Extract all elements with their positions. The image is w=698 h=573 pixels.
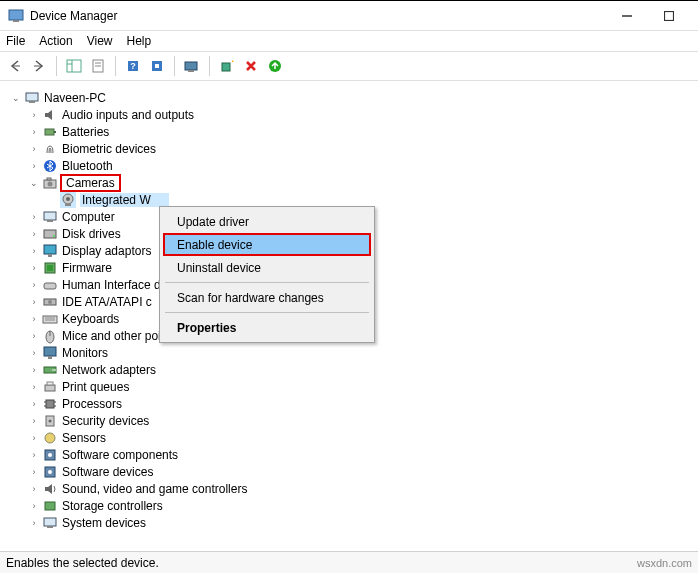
category-label: Display adaptors [62, 244, 151, 258]
category-icon [42, 498, 58, 514]
expand-icon[interactable]: › [28, 415, 40, 427]
svg-rect-15 [188, 70, 194, 72]
tree-category[interactable]: ›Security devices [6, 412, 692, 429]
menu-action[interactable]: Action [39, 34, 72, 48]
context-menu: Update driver Enable device Uninstall de… [159, 206, 375, 343]
category-label: Audio inputs and outputs [62, 108, 194, 122]
category-label: Keyboards [62, 312, 119, 326]
menu-file[interactable]: File [6, 34, 25, 48]
expand-icon[interactable]: › [28, 143, 40, 155]
svg-point-58 [45, 433, 55, 443]
menu-properties[interactable]: Properties [163, 316, 371, 339]
enable-button[interactable] [264, 55, 286, 77]
tree-category[interactable]: ›Processors [6, 395, 692, 412]
expand-icon[interactable]: ⌄ [28, 177, 40, 189]
expand-icon[interactable]: › [28, 517, 40, 529]
category-label: Storage controllers [62, 499, 163, 513]
expand-icon[interactable]: › [28, 500, 40, 512]
uninstall-button[interactable] [240, 55, 262, 77]
back-button[interactable] [4, 55, 26, 77]
category-icon [42, 175, 58, 191]
expand-icon[interactable]: › [28, 313, 40, 325]
tree-category[interactable]: ⌄Cameras [6, 174, 692, 191]
svg-rect-20 [45, 129, 54, 135]
expand-icon[interactable]: › [28, 449, 40, 461]
expand-icon[interactable]: › [28, 381, 40, 393]
tree-category[interactable]: ›Batteries [6, 123, 692, 140]
expand-icon[interactable]: › [28, 483, 40, 495]
svg-point-24 [48, 181, 53, 186]
show-hide-tree-button[interactable] [63, 55, 85, 77]
category-icon [42, 277, 58, 293]
category-icon [42, 430, 58, 446]
scan-button[interactable] [181, 55, 203, 77]
help-button[interactable]: ? [122, 55, 144, 77]
tree-category[interactable]: ›Software devices [6, 463, 692, 480]
menu-separator [165, 282, 369, 283]
forward-button[interactable] [28, 55, 50, 77]
svg-rect-4 [67, 60, 81, 72]
expand-icon[interactable]: › [28, 245, 40, 257]
expand-icon[interactable]: › [28, 347, 40, 359]
tree-category[interactable]: ›Biometric devices [6, 140, 692, 157]
tree-category[interactable]: ›Storage controllers [6, 497, 692, 514]
svg-rect-30 [47, 220, 53, 222]
svg-rect-49 [45, 385, 55, 391]
tree-category[interactable]: ›Audio inputs and outputs [6, 106, 692, 123]
collapse-icon[interactable]: ⌄ [10, 92, 22, 104]
category-icon [42, 311, 58, 327]
tree-category[interactable]: ›Sensors [6, 429, 692, 446]
expand-icon[interactable]: › [28, 398, 40, 410]
expand-icon[interactable]: › [28, 364, 40, 376]
category-icon [42, 481, 58, 497]
svg-rect-63 [45, 502, 55, 510]
svg-rect-34 [48, 254, 52, 257]
status-bar: Enables the selected device. [0, 551, 698, 573]
expand-icon[interactable]: › [28, 296, 40, 308]
expand-icon[interactable]: › [28, 228, 40, 240]
svg-point-39 [48, 300, 52, 304]
tree-category[interactable]: ›Monitors [6, 344, 692, 361]
menu-enable-device[interactable]: Enable device [163, 233, 371, 256]
expand-icon[interactable]: › [28, 160, 40, 172]
category-label: Sound, video and game controllers [62, 482, 247, 496]
expand-icon[interactable]: › [28, 109, 40, 121]
tree-root[interactable]: ⌄ Naveen-PC [6, 89, 692, 106]
category-label: Computer [62, 210, 115, 224]
expand-icon[interactable]: › [28, 126, 40, 138]
category-icon [42, 124, 58, 140]
svg-rect-28 [65, 204, 71, 206]
expand-icon[interactable]: › [28, 262, 40, 274]
tree-category[interactable]: ›Software components [6, 446, 692, 463]
category-label: IDE ATA/ATAPI c [62, 295, 152, 309]
menu-scan-hardware[interactable]: Scan for hardware changes [163, 286, 371, 309]
svg-rect-45 [44, 347, 56, 356]
expand-icon[interactable]: › [28, 330, 40, 342]
svg-text:?: ? [130, 61, 136, 71]
properties-button[interactable] [87, 55, 109, 77]
minimize-button[interactable] [606, 2, 648, 30]
svg-rect-29 [44, 212, 56, 220]
category-label: Biometric devices [62, 142, 156, 156]
menu-update-driver[interactable]: Update driver [163, 210, 371, 233]
svg-rect-1 [13, 20, 19, 22]
tree-category[interactable]: ›Print queues [6, 378, 692, 395]
maximize-button[interactable] [648, 2, 690, 30]
window-title: Device Manager [30, 9, 606, 23]
expand-icon[interactable]: › [28, 432, 40, 444]
category-label: Print queues [62, 380, 129, 394]
svg-rect-36 [47, 265, 53, 271]
expand-icon[interactable]: › [28, 211, 40, 223]
add-legacy-button[interactable] [216, 55, 238, 77]
tree-category[interactable]: ›Network adapters [6, 361, 692, 378]
expand-icon[interactable]: › [28, 466, 40, 478]
tree-category[interactable]: ›Bluetooth [6, 157, 692, 174]
menu-uninstall-device[interactable]: Uninstall device [163, 256, 371, 279]
app-icon [8, 8, 24, 24]
expand-icon[interactable]: › [28, 279, 40, 291]
menu-help[interactable]: Help [127, 34, 152, 48]
action-button[interactable] [146, 55, 168, 77]
tree-category[interactable]: ›System devices [6, 514, 692, 531]
tree-category[interactable]: ›Sound, video and game controllers [6, 480, 692, 497]
menu-view[interactable]: View [87, 34, 113, 48]
